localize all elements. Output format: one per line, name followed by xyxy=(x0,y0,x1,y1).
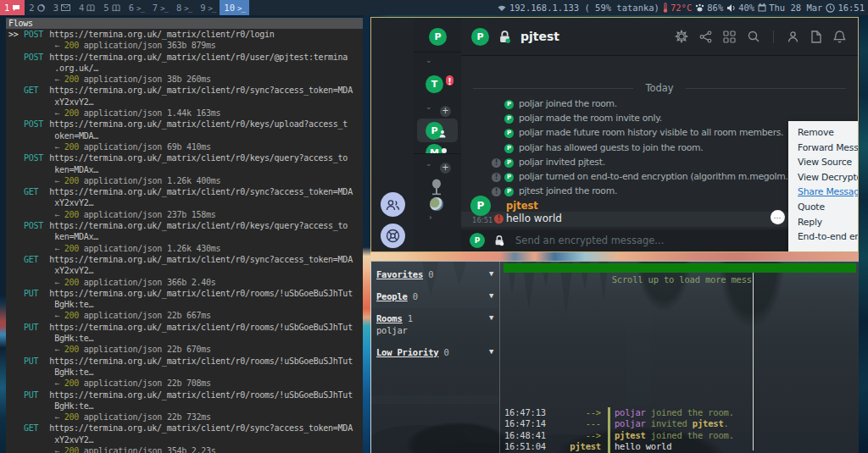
workspace-number: 10 xyxy=(224,3,235,13)
workspace-list: 123456>_7>_8>_9>_10>_ xyxy=(0,0,249,15)
weechat-log: 16:47:13-->poljar joined the room.16:47:… xyxy=(500,407,859,453)
workspace-5[interactable]: 5 xyxy=(99,0,124,15)
menu-item-share-message[interactable]: Share Message xyxy=(798,186,859,202)
menu-item-end-to-end-encry[interactable]: End-to-end encry xyxy=(798,231,859,246)
collapse-triangle-icon[interactable]: ▼ xyxy=(489,269,493,278)
collapse-triangle-icon[interactable]: ▼ xyxy=(489,313,493,322)
cpu-status: 86% xyxy=(695,3,723,13)
header-divider xyxy=(773,30,774,43)
response-meta: application/json 1.26k 430ms xyxy=(79,244,220,253)
flow-response-row: ← 200 application/json 1.26k 400ms xyxy=(8,175,363,186)
menu-item-quote[interactable]: Quote xyxy=(798,202,859,217)
flow-method: GET xyxy=(24,254,49,265)
encrypted-lock-icon xyxy=(498,30,512,44)
explore-button[interactable] xyxy=(381,224,405,248)
notifications-bell-icon[interactable] xyxy=(833,30,846,43)
response-meta: application/json 366b 2.40s xyxy=(79,278,216,287)
room-event-row: Ppoljar joined the room. xyxy=(461,97,858,111)
people-button[interactable] xyxy=(381,192,405,217)
buffer-section-low-priority[interactable]: Low Priority 0 xyxy=(376,347,449,357)
sender-avatar[interactable]: P xyxy=(470,196,491,216)
flow-method: POST xyxy=(24,52,49,63)
clock-icon xyxy=(826,3,835,13)
volume-label: 40% xyxy=(738,3,754,13)
unverified-warning-icon: ! xyxy=(492,173,501,182)
flow-request-row[interactable]: PUThttps://termina.org.uk/_matrix/client… xyxy=(8,356,363,367)
account-avatar[interactable]: P xyxy=(429,28,447,46)
flow-request-row[interactable]: PUThttps://termina.org.uk/_matrix/client… xyxy=(8,389,363,401)
share-icon[interactable] xyxy=(699,30,712,43)
menu-item-forward-message[interactable]: Forward Message xyxy=(798,142,859,157)
menu-item-reply[interactable]: Reply xyxy=(798,217,859,232)
flow-url-continuation: oken=MDA… xyxy=(8,130,363,141)
chevron-down-icon[interactable]: ⌄ xyxy=(426,102,432,111)
collapse-triangle-icon[interactable]: ▼ xyxy=(489,347,493,356)
members-icon[interactable] xyxy=(787,30,799,43)
flow-request-row[interactable]: GEThttps://termina.org.uk/_matrix/client… xyxy=(8,423,363,434)
response-meta: application/json 1.26k 400ms xyxy=(79,176,220,185)
left-rail xyxy=(371,18,414,251)
flow-request-row[interactable]: POSThttps://termina.org.uk/_matrix/clien… xyxy=(8,220,363,231)
log-prefix: --> xyxy=(549,430,601,441)
response-status-code: 200 xyxy=(64,210,79,219)
settings-gear-icon[interactable] xyxy=(675,30,688,43)
workspace-9[interactable]: 9>_ xyxy=(196,0,220,15)
flow-request-row[interactable]: POSThttps://termina.org.uk/_matrix/clien… xyxy=(8,119,363,130)
flow-response-row: ← 200 application/json 38b 260ms xyxy=(8,74,363,85)
workspace-2[interactable]: 2 xyxy=(25,0,48,15)
workspace-3[interactable]: 3 xyxy=(49,0,75,15)
buffer-room-item[interactable]: poljar xyxy=(376,325,408,335)
add-room-button[interactable]: + xyxy=(440,106,451,117)
response-status-code: 200 xyxy=(64,108,79,118)
flow-request-row[interactable]: PUThttps://termina.org.uk/_matrix/client… xyxy=(8,288,363,299)
flow-method: PUT xyxy=(24,322,49,333)
buffer-section-favorites[interactable]: Favorites 0 xyxy=(376,269,433,279)
chevron-down-icon[interactable]: ⌄ xyxy=(426,159,432,168)
flow-response-row: ← 200 application/json 1.44k 163ms xyxy=(8,108,363,119)
flow-request-row[interactable]: GEThttps://termina.org.uk/_matrix/client… xyxy=(8,186,363,197)
workspace-4[interactable]: 4 xyxy=(75,0,99,15)
buffer-section-name: Rooms xyxy=(376,313,403,323)
flow-url: https://termina.org.uk/_matrix/client/r0… xyxy=(49,423,353,433)
menu-item-view-decrypted-s[interactable]: View Decrypted S xyxy=(798,172,859,187)
room-avatar: P xyxy=(471,28,489,46)
flow-request-row[interactable]: PUThttps://termina.org.uk/_matrix/client… xyxy=(8,322,363,333)
flow-url-wrap: BgHk:te… xyxy=(54,367,93,377)
buffer-section-people[interactable]: People 0 xyxy=(376,291,418,301)
workspace-number: 4 xyxy=(79,3,84,13)
event-sender-avatar: P xyxy=(504,114,514,124)
menu-item-remove[interactable]: Remove xyxy=(798,127,859,142)
flow-request-row[interactable]: POSThttps://termina.org.uk/_matrix/clien… xyxy=(8,52,363,63)
flow-request-row[interactable]: GEThttps://termina.org.uk/_matrix/client… xyxy=(8,85,363,96)
flow-request-row[interactable]: >>POSThttps://termina.org.uk/_matrix/cli… xyxy=(8,29,363,40)
paw-icon xyxy=(695,3,704,13)
workspace-7[interactable]: 7>_ xyxy=(148,0,172,15)
chevron-down-icon[interactable]: ⌄ xyxy=(426,56,432,64)
message-text: hello world xyxy=(506,213,562,224)
workspace-10[interactable]: 10>_ xyxy=(220,0,249,15)
log-message-part: joined the room. xyxy=(646,407,734,417)
mail-icon xyxy=(61,4,70,11)
room-avatar-t[interactable]: T xyxy=(426,75,443,93)
message-options-button[interactable]: … xyxy=(771,210,785,224)
workspace-1[interactable]: 1 xyxy=(0,0,25,15)
weechat-log-line: 16:48:41-->pjtest joined the room. xyxy=(500,430,859,441)
unverified-warning-icon: ! xyxy=(492,187,501,196)
add-room-button[interactable]: + xyxy=(440,163,451,174)
flow-url-continuation: BgHk:te… xyxy=(8,299,363,310)
menu-item-view-source[interactable]: View Source xyxy=(798,157,859,172)
buffer-section-rooms[interactable]: Rooms 1 xyxy=(376,313,413,323)
room-avatar-image[interactable] xyxy=(430,197,443,211)
flow-url-wrap: xY2xvY2… xyxy=(54,435,93,445)
search-icon[interactable] xyxy=(747,30,760,43)
composer-placeholder[interactable]: Send an encrypted message... xyxy=(515,235,664,246)
flow-url: https://termina.org.uk/_matrix/client/r0… xyxy=(49,86,353,95)
workspace-6[interactable]: 6>_ xyxy=(125,0,148,15)
chevron-right-icon[interactable]: ⌄ xyxy=(425,214,433,221)
collapse-triangle-icon[interactable]: ▼ xyxy=(489,291,493,300)
flow-request-row[interactable]: GEThttps://termina.org.uk/_matrix/client… xyxy=(8,254,363,265)
workspace-8[interactable]: 8>_ xyxy=(172,0,196,15)
grid-icon[interactable] xyxy=(723,30,736,43)
flow-request-row[interactable]: POSThttps://termina.org.uk/_matrix/clien… xyxy=(8,152,363,163)
files-icon[interactable] xyxy=(810,30,822,43)
